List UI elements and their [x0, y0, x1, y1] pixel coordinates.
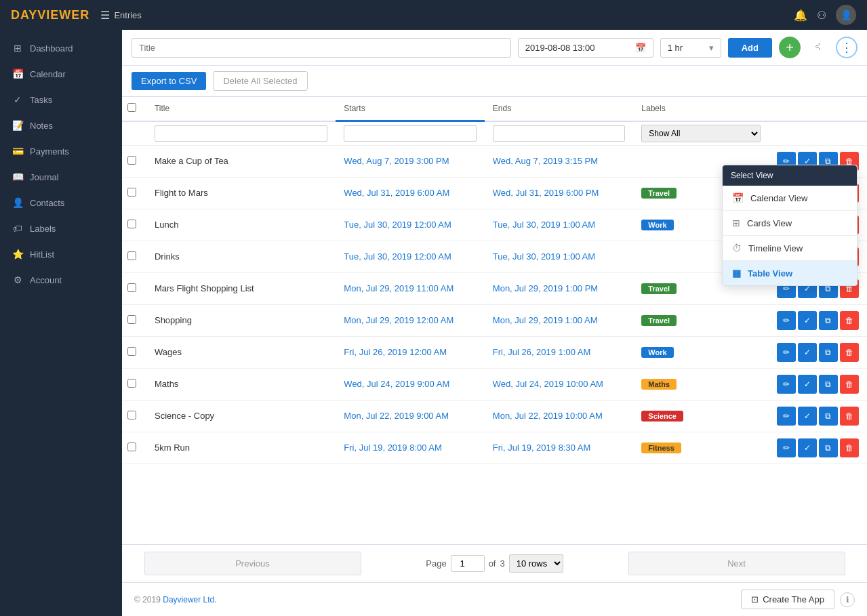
next-button[interactable]: Next: [628, 552, 845, 575]
date-input[interactable]: 2019-08-08 13:00 📅: [518, 38, 653, 58]
group-icon[interactable]: ⚇: [817, 9, 826, 22]
copy-button[interactable]: ⧉: [819, 343, 838, 362]
sidebar-item-payments[interactable]: 💳 Payments: [0, 138, 122, 164]
row-ends: Mon, Jul 22, 2019 10:00 AM: [485, 400, 633, 432]
check-button[interactable]: ✓: [798, 311, 817, 330]
row-checkbox[interactable]: [127, 347, 136, 356]
check-button[interactable]: ✓: [798, 438, 817, 457]
hitlist-icon: ⭐: [12, 249, 23, 260]
delete-selected-button[interactable]: Delete All Selected: [213, 71, 307, 91]
check-button[interactable]: ✓: [798, 343, 817, 362]
view-option-timeline[interactable]: ⏱ Timeline View: [723, 236, 857, 260]
sidebar-item-tasks[interactable]: ✓ Tasks: [0, 87, 122, 112]
row-checkbox[interactable]: [127, 188, 136, 197]
delete-button[interactable]: 🗑: [840, 407, 859, 426]
title-filter-input[interactable]: [155, 125, 327, 142]
delete-button[interactable]: 🗑: [840, 311, 859, 330]
sidebar-item-labels[interactable]: 🏷 Labels: [0, 215, 122, 241]
view-option-table[interactable]: ▦ Table View: [723, 261, 857, 285]
select-all-checkbox[interactable]: [127, 103, 136, 112]
sidebar-item-journal[interactable]: 📖 Journal: [0, 164, 122, 190]
row-ends: Wed, Aug 7, 2019 3:15 PM: [485, 145, 633, 177]
labels-filter-select[interactable]: Show All: [641, 125, 761, 142]
sidebar-item-hitlist[interactable]: ⭐ HitList: [0, 241, 122, 267]
page-input[interactable]: [451, 555, 485, 572]
check-button[interactable]: ✓: [798, 375, 817, 394]
sidebar-item-account[interactable]: ⚙ Account: [0, 267, 122, 293]
delete-button[interactable]: 🗑: [840, 375, 859, 394]
edit-button[interactable]: ✏: [777, 343, 796, 362]
labels-column-header[interactable]: Labels: [633, 97, 769, 121]
view-option-calendar[interactable]: 📅 Calendar View: [723, 186, 857, 210]
sidebar-item-contacts[interactable]: 👤 Contacts: [0, 190, 122, 215]
sidebar-item-notes[interactable]: 📝 Notes: [0, 112, 122, 138]
rows-select[interactable]: 10 rows 25 rows 50 rows: [509, 554, 563, 573]
delete-button[interactable]: 🗑: [840, 343, 859, 362]
cards-view-icon: ⊞: [732, 218, 740, 228]
menu-toggle[interactable]: ☰ Entries: [100, 9, 141, 22]
row-checkbox[interactable]: [127, 283, 136, 292]
sidebar-item-dashboard[interactable]: ⊞ Dashboard: [0, 35, 122, 61]
contacts-icon: 👤: [12, 197, 23, 208]
row-ends: Mon, Jul 29, 2019 1:00 PM: [485, 272, 633, 304]
row-checkbox[interactable]: [127, 251, 136, 260]
copy-button[interactable]: ⧉: [819, 407, 838, 426]
check-button[interactable]: ✓: [798, 407, 817, 426]
add-button[interactable]: Add: [728, 38, 772, 58]
edit-button[interactable]: ✏: [777, 407, 796, 426]
create-app-button[interactable]: ⊡ Create The App: [741, 590, 834, 609]
row-checkbox[interactable]: [127, 220, 136, 228]
sidebar-item-label: Contacts: [30, 198, 64, 208]
table-row: Science - Copy Mon, Jul 22, 2019 9:00 AM…: [122, 400, 867, 432]
row-checkbox[interactable]: [127, 315, 136, 324]
table-view-icon: ▦: [732, 268, 741, 279]
avatar[interactable]: 👤: [836, 5, 856, 25]
sidebar-item-label: Notes: [30, 121, 53, 131]
copy-button[interactable]: ⧉: [819, 375, 838, 394]
ends-filter-input[interactable]: [493, 125, 625, 142]
delete-button[interactable]: 🗑: [840, 438, 859, 457]
tasks-icon: ✓: [12, 94, 23, 105]
pagination-prev-area: Previous: [132, 552, 374, 575]
chevron-down-icon: ▾: [709, 43, 714, 53]
filter-icon[interactable]: ⧼: [807, 37, 829, 58]
edit-button[interactable]: ✏: [777, 311, 796, 330]
copy-button[interactable]: ⧉: [819, 438, 838, 457]
row-checkbox[interactable]: [127, 379, 136, 388]
label-badge: Work: [641, 347, 673, 358]
view-option-cards[interactable]: ⊞ Cards View: [723, 211, 857, 235]
title-filter-cell: [146, 121, 336, 146]
logo-prefix: DAY: [11, 8, 37, 22]
title-column-header[interactable]: Title: [146, 97, 336, 121]
starts-column-header[interactable]: Starts: [336, 97, 484, 121]
brand-link[interactable]: Dayviewer Ltd.: [163, 595, 216, 604]
row-actions: ✏ ✓ ⧉ 🗑: [769, 304, 867, 336]
table-row: Maths Wed, Jul 24, 2019 9:00 AM Wed, Jul…: [122, 368, 867, 400]
sidebar-item-calendar[interactable]: 📅 Calendar: [0, 61, 122, 87]
row-checkbox[interactable]: [127, 443, 136, 451]
export-button[interactable]: Export to CSV: [132, 72, 206, 90]
add-circle-button[interactable]: +: [779, 37, 801, 58]
row-title: Drinks: [146, 241, 336, 272]
page-label: Page: [426, 558, 446, 569]
row-title: Science - Copy: [146, 400, 336, 432]
ends-column-header[interactable]: Ends: [485, 97, 633, 121]
notification-icon[interactable]: 🔔: [794, 9, 807, 22]
row-checkbox[interactable]: [127, 411, 136, 419]
copy-button[interactable]: ⧉: [819, 311, 838, 330]
label-badge: Maths: [641, 379, 677, 390]
row-checkbox[interactable]: [127, 156, 136, 165]
more-options-icon[interactable]: ⋮: [836, 37, 858, 58]
edit-button[interactable]: ✏: [777, 375, 796, 394]
starts-filter-input[interactable]: [344, 125, 476, 142]
account-icon: ⚙: [12, 274, 23, 285]
edit-button[interactable]: ✏: [777, 438, 796, 457]
select-view-dropdown: Select View 📅 Calendar View ⊞ Cards View…: [722, 165, 858, 286]
row-ends: Fri, Jul 26, 2019 1:00 AM: [485, 336, 633, 368]
row-title: Lunch: [146, 209, 336, 241]
row-starts: Mon, Jul 22, 2019 9:00 AM: [336, 400, 484, 432]
previous-button[interactable]: Previous: [144, 552, 361, 575]
info-icon[interactable]: ℹ: [840, 592, 855, 607]
duration-select[interactable]: 1 hr ▾: [660, 38, 721, 58]
title-input[interactable]: [132, 38, 511, 58]
